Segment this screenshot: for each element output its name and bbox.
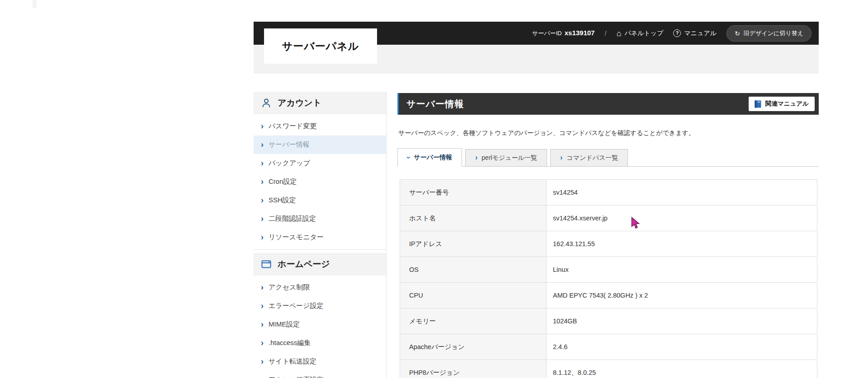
chevron-right-icon: › [261,122,264,130]
table-row: OS Linux [400,257,817,283]
chevron-right-icon: › [261,177,264,186]
book-icon [755,100,761,108]
video-artifact [33,0,37,8]
row-label: CPU [400,283,547,308]
row-label: ホスト名 [400,205,547,231]
row-label: IPアドレス [400,231,547,257]
sidebar-item[interactable]: › エラーページ設定 [254,297,386,315]
sidebar-section-title: アカウント [278,97,321,109]
row-value: AMD EPYC 7543( 2.80GHz ) x 2 [547,283,817,308]
sidebar-item[interactable]: › .htaccess編集 [254,334,386,352]
switch-old-design-button[interactable]: ↻ 旧デザインに切り替え [726,25,811,42]
chevron-right-icon: › [261,215,264,223]
page: サーバーID xs139107 / ⌂ パネルトップ ? マニュアル ↻ 旧デザ… [0,0,868,378]
table-row: メモリー 1024GB [400,308,817,334]
main-content: サーバー情報 関連マニュアル サーバーのスペック、各種ソフトウェアのバージョン、… [397,93,819,378]
page-header: サーバー情報 関連マニュアル [397,93,819,115]
panel-top-link[interactable]: ⌂ パネルトップ [617,29,664,37]
sidebar-section-homepage: ホームページ [254,253,386,275]
chevron-right-icon: › [261,302,264,310]
row-value: 162.43.121.55 [547,231,817,257]
table-row: PHP8バージョン 8.1.12、8.0.25 [400,360,817,378]
home-icon: ⌂ [617,29,622,37]
tab-label: コマンドパス一覧 [566,154,618,162]
tab[interactable]: › サーバー情報 [397,148,462,167]
row-value: 1024GB [547,308,817,334]
row-value: sv14254 [547,180,817,205]
chevron-icon: › [405,156,412,159]
sidebar-item[interactable]: › パスワード変更 [254,117,386,135]
server-id: サーバーID xs139107 [532,29,594,37]
chevron-right-icon: › [261,140,264,149]
sidebar-item[interactable]: › アクセス拒否設定 [254,371,386,378]
row-value: 8.1.12、8.0.25 [547,360,817,378]
tab[interactable]: › perlモジュール一覧 [465,149,547,167]
manual-link[interactable]: ? マニュアル [673,29,717,37]
mouse-cursor [631,217,640,229]
chevron-right-icon: › [261,339,264,347]
row-value: 2.4.6 [547,334,817,360]
row-label: Apacheバージョン [400,334,547,360]
question-icon: ? [673,29,681,37]
row-value: Linux [547,257,817,283]
refresh-icon: ↻ [735,30,740,37]
tab-label: サーバー情報 [414,154,452,162]
sidebar-item-label: サイト転送設定 [269,357,316,366]
sidebar-item[interactable]: › Cron設定 [254,173,386,191]
tab-label: perlモジュール一覧 [481,154,537,162]
server-id-label: サーバーID [532,29,562,37]
sidebar-item[interactable]: › バックアップ [254,154,386,173]
chevron-right-icon: › [261,196,264,204]
chevron-icon: › [560,154,562,161]
manual-label: マニュアル [684,29,717,37]
panel-top-label: パネルトップ [625,29,664,37]
table-row: サーバー番号 sv14254 [400,180,817,205]
separator-slash: / [604,29,606,37]
sidebar-section-account: アカウント [254,92,386,114]
server-panel-logo[interactable]: サーバーパネル [264,28,377,64]
sidebar-item[interactable]: › サイト転送設定 [254,352,386,371]
server-id-value: xs139107 [565,29,595,37]
sidebar-section-title: ホームページ [278,258,330,270]
chevron-right-icon: › [261,376,264,378]
sidebar-item-label: 二段階認証設定 [269,215,316,223]
page-description: サーバーのスペック、各種ソフトウェアのバージョン、コマンドパスなどを確認すること… [398,128,819,137]
logo-title: サーバーパネル [282,39,359,53]
sidebar-list-homepage: › アクセス制限 › エラーページ設定 › MIME設定 › .htaccess… [254,275,386,378]
account-person-icon [261,98,272,108]
table-row: ホスト名 sv14254.xserver.jp [400,205,817,231]
sidebar-item-label: SSH設定 [269,196,296,205]
sidebar-item-label: エラーページ設定 [269,302,323,310]
row-label: メモリー [400,308,547,334]
browser-window-icon [261,259,272,270]
related-manual-button[interactable]: 関連マニュアル [749,97,815,111]
sidebar-item-label: パスワード変更 [269,122,316,131]
row-label: OS [400,257,547,283]
sidebar-item-label: .htaccess編集 [269,339,311,347]
page-title: サーバー情報 [406,98,464,110]
sidebar-item[interactable]: › 二段階認証設定 [254,210,386,228]
chevron-right-icon: › [261,320,264,328]
row-value: sv14254.xserver.jp [547,205,817,231]
tab[interactable]: › コマンドパス一覧 [550,149,628,167]
sidebar-item-label: リソースモニター [269,233,324,242]
sidebar-item[interactable]: › アクセス制限 [254,278,386,297]
related-manual-label: 関連マニュアル [765,100,809,108]
table-row: CPU AMD EPYC 7543( 2.80GHz ) x 2 [400,283,817,308]
row-label: PHP8バージョン [400,360,547,378]
sidebar-item-label: アクセス制限 [269,283,310,292]
sidebar-list-account: › パスワード変更 › サーバー情報 › バックアップ › Cron設定 › S… [254,114,386,250]
server-info-table-body: サーバー番号 sv14254 ホスト名 sv14254.xserver.jp I… [400,180,817,378]
sidebar-item[interactable]: › サーバー情報 [254,135,386,154]
sidebar-item-label: MIME設定 [269,320,300,329]
sidebar-item-label: バックアップ [269,159,310,168]
tab-bar: › サーバー情報 › perlモジュール一覧 › コマンドパス一覧 [397,148,819,167]
sidebar: アカウント › パスワード変更 › サーバー情報 › バックアップ › Cron… [254,92,387,378]
row-label: サーバー番号 [400,180,547,205]
chevron-right-icon: › [261,159,264,167]
sidebar-item[interactable]: › MIME設定 [254,315,386,334]
sidebar-item[interactable]: › リソースモニター [254,228,386,247]
sidebar-item[interactable]: › SSH設定 [254,191,386,210]
sidebar-item-label: Cron設定 [269,177,297,186]
server-info-table: サーバー番号 sv14254 ホスト名 sv14254.xserver.jp I… [400,179,817,378]
